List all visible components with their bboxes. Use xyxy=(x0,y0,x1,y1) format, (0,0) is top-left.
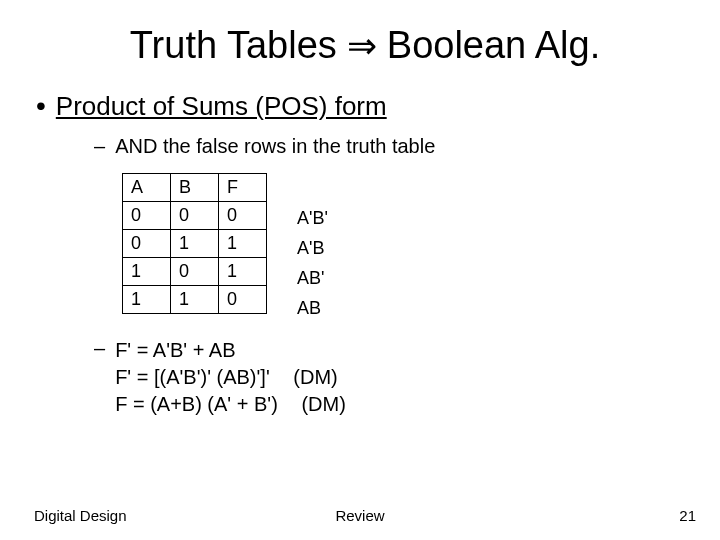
bullet-dash-icon: – xyxy=(94,337,105,360)
minterm-label: A'B xyxy=(297,233,328,263)
implies-icon: ⇒ xyxy=(347,25,377,67)
table-row: 1 0 1 xyxy=(123,258,267,286)
table-cell: 1 xyxy=(123,258,171,286)
derivation-lines: F' = A'B' + AB F' = [(A'B')' (AB)']' (DM… xyxy=(115,337,346,418)
footer-page-number: 21 xyxy=(679,507,696,524)
minterm-label: AB' xyxy=(297,263,328,293)
derivation-note: (DM) xyxy=(301,391,345,418)
table-row: A B F xyxy=(123,174,267,202)
minterm-labels: A'B' A'B AB' AB xyxy=(297,173,328,323)
slide-footer: Digital Design Review 21 xyxy=(0,507,720,524)
label-spacer xyxy=(297,173,328,203)
table-cell: 1 xyxy=(171,230,219,258)
derivation-note: (DM) xyxy=(293,364,337,391)
table-cell: 0 xyxy=(123,230,171,258)
bullet-1-text: Product of Sums (POS) form xyxy=(56,91,387,122)
derivation-line: F = (A+B) (A' + B') (DM) xyxy=(115,391,346,418)
page-title: Truth Tables ⇒ Boolean Alg. xyxy=(50,24,680,67)
table-row: 0 0 0 xyxy=(123,202,267,230)
truth-table-block: A B F 0 0 0 0 1 1 1 0 1 1 1 0 A'B' A'B A… xyxy=(122,173,680,323)
table-cell: 0 xyxy=(171,258,219,286)
table-cell: 0 xyxy=(171,202,219,230)
minterm-label: AB xyxy=(297,293,328,323)
table-cell: 0 xyxy=(123,202,171,230)
table-row: 0 1 1 xyxy=(123,230,267,258)
derivation-line: F' = [(A'B')' (AB)']' (DM) xyxy=(115,364,346,391)
title-right: Boolean Alg. xyxy=(387,24,600,67)
table-header-cell: F xyxy=(219,174,267,202)
bullet-level-1: • Product of Sums (POS) form xyxy=(36,91,680,122)
bullet-dash-icon: – xyxy=(94,135,105,158)
derivation-eq: F' = [(A'B')' (AB)']' xyxy=(115,366,270,388)
bullet-dot-icon: • xyxy=(36,92,46,120)
table-cell: 0 xyxy=(219,286,267,314)
derivation-eq: F = (A+B) (A' + B') xyxy=(115,393,278,415)
table-cell: 1 xyxy=(219,258,267,286)
minterm-label: A'B' xyxy=(297,203,328,233)
bullet-level-2: – AND the false rows in the truth table xyxy=(94,134,680,159)
footer-left: Digital Design xyxy=(34,507,127,524)
bullet-2-text: AND the false rows in the truth table xyxy=(115,134,435,159)
table-cell: 1 xyxy=(171,286,219,314)
table-header-cell: B xyxy=(171,174,219,202)
table-cell: 1 xyxy=(123,286,171,314)
table-row: 1 1 0 xyxy=(123,286,267,314)
derivation-block: – F' = A'B' + AB F' = [(A'B')' (AB)']' (… xyxy=(94,337,680,418)
table-cell: 1 xyxy=(219,230,267,258)
footer-center: Review xyxy=(335,507,384,524)
truth-table: A B F 0 0 0 0 1 1 1 0 1 1 1 0 xyxy=(122,173,267,314)
table-cell: 0 xyxy=(219,202,267,230)
derivation-line: F' = A'B' + AB xyxy=(115,337,346,364)
table-header-cell: A xyxy=(123,174,171,202)
title-left: Truth Tables xyxy=(130,24,337,67)
